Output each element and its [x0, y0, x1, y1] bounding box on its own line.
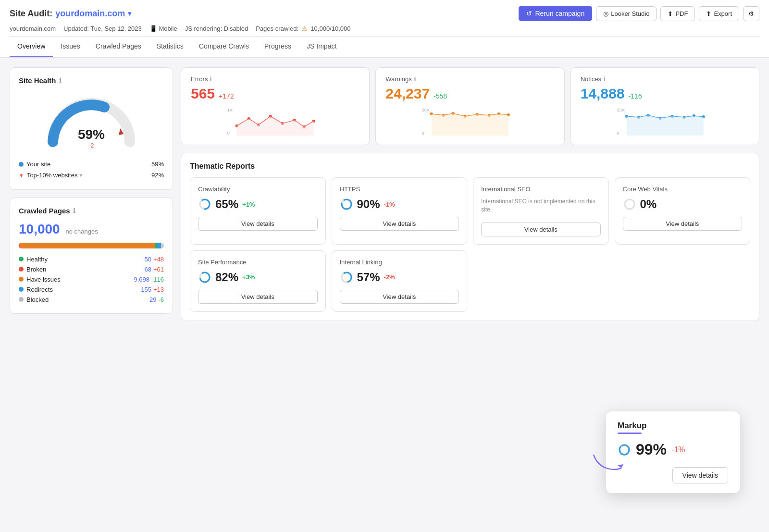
settings-button[interactable]: ⚙	[743, 6, 759, 21]
svg-text:23K: 23K	[617, 108, 624, 112]
tab-js-impact[interactable]: JS Impact	[299, 37, 344, 57]
tab-progress[interactable]: Progress	[257, 37, 299, 57]
gauge-delta: -2	[78, 142, 105, 149]
stat-have-issues: Have issues 9,698-116	[19, 274, 164, 285]
intl-seo-view-btn[interactable]: View details	[481, 223, 601, 236]
thematic-internal-linking: Internal Linking 57% -2% View details	[332, 250, 468, 312]
notices-value-row: 14,888 -116	[581, 86, 749, 102]
pdf-label: PDF	[675, 10, 688, 17]
errors-label: Errors ℹ	[191, 75, 360, 83]
crawlability-score-row: 65% +1%	[198, 198, 318, 211]
site-domain[interactable]: yourdomain.com	[55, 9, 125, 19]
crawled-progress-bar	[19, 243, 164, 248]
tab-statistics[interactable]: Statistics	[149, 37, 191, 57]
notices-card: Notices ℹ 14,888 -116 23K 0	[571, 67, 759, 145]
svg-marker-11	[237, 116, 314, 136]
notices-chart: 23K 0	[581, 107, 749, 136]
https-circle-icon	[340, 198, 353, 211]
looker-studio-button[interactable]: ◎ Looker Studio	[596, 6, 657, 21]
issues-dot	[19, 277, 24, 282]
crawlability-view-btn[interactable]: View details	[198, 217, 318, 231]
svg-marker-33	[626, 115, 703, 136]
export-button[interactable]: ⬆ Export	[699, 6, 739, 21]
nav-tabs: Overview Issues Crawled Pages Statistics…	[10, 36, 759, 57]
cwv-circle-icon	[623, 198, 636, 211]
meta-row: yourdomain.com Updated: Tue, Sep 12, 202…	[10, 25, 759, 32]
top10-dropdown-icon[interactable]: ▾	[79, 172, 83, 179]
thematic-grid-row2: Site Performance 82% +3% View details In…	[190, 250, 750, 312]
warnings-value-row: 24,237 -558	[385, 86, 554, 102]
warnings-label: Warnings ℹ	[385, 75, 554, 83]
gauge-container: 59% -2	[19, 91, 164, 154]
errors-info-icon[interactable]: ℹ	[210, 75, 212, 83]
warnings-card: Warnings ℹ 24,237 -558 26K 0	[375, 67, 564, 145]
warnings-delta: -558	[434, 92, 447, 100]
notices-value: 14,888	[581, 86, 625, 102]
thematic-reports-title: Thematic Reports	[190, 162, 750, 171]
crawled-count-row: 10,000 no changes	[19, 222, 164, 237]
metrics-row: Errors ℹ 565 +172 1K 0	[181, 67, 759, 145]
site-health-info-icon[interactable]: ℹ	[59, 77, 62, 84]
healthy-dot	[19, 257, 24, 261]
warnings-value: 24,237	[385, 86, 430, 102]
warnings-info-icon[interactable]: ℹ	[414, 75, 416, 83]
gauge-score: 59%	[78, 127, 105, 142]
svg-text:0: 0	[617, 131, 619, 136]
your-site-val: 59%	[151, 161, 164, 168]
notices-info-icon[interactable]: ℹ	[603, 75, 606, 83]
left-column: Site Health ℹ 59% -2	[10, 67, 173, 321]
svg-marker-22	[432, 113, 509, 136]
meta-pages-crawled: Pages crawled: ⚠ 10,000/10,000	[256, 25, 350, 32]
internal-linking-score-row: 57% -2%	[340, 271, 459, 284]
svg-point-38	[625, 199, 634, 209]
thematic-crawlability: Crawlability 65% +1% View details	[190, 177, 326, 245]
looker-icon: ◎	[603, 10, 608, 17]
thematic-https: HTTPS 90% -1% View details	[332, 177, 468, 245]
errors-value: 565	[191, 86, 215, 102]
top-bar: Site Audit: yourdomain.com ▾ ↺ Rerun cam…	[0, 0, 769, 58]
internal-linking-view-btn[interactable]: View details	[340, 290, 459, 304]
crawled-no-changes: no changes	[66, 228, 98, 235]
crawled-pages-info-icon[interactable]: ℹ	[73, 207, 75, 214]
cwv-view-btn[interactable]: View details	[623, 217, 743, 231]
main-content: Site Health ℹ 59% -2	[0, 58, 769, 331]
svg-text:0: 0	[227, 131, 230, 136]
meta-device: 📱 Mobile	[149, 25, 177, 32]
pb-issues	[20, 243, 155, 248]
errors-value-row: 565 +172	[191, 86, 360, 102]
thematic-grid-row1: Crawlability 65% +1% View details HTTPS	[190, 177, 750, 245]
internal-linking-circle-icon	[340, 271, 353, 284]
top-bar-actions: ↺ Rerun campaign ◎ Looker Studio ⬆ PDF ⬆…	[519, 6, 759, 21]
pdf-icon: ⬆	[668, 10, 673, 17]
tab-compare-crawls[interactable]: Compare Crawls	[191, 37, 257, 57]
svg-text:26K: 26K	[422, 108, 430, 112]
audit-label: Site Audit:	[10, 9, 52, 19]
meta-domain: yourdomain.com	[10, 25, 56, 32]
looker-label: Looker Studio	[611, 10, 649, 17]
errors-card: Errors ℹ 565 +172 1K 0	[181, 67, 370, 145]
your-site-legend: Your site 59%	[19, 159, 164, 170]
rerun-label: Rerun campaign	[535, 10, 584, 17]
tab-overview[interactable]: Overview	[10, 37, 53, 57]
site-perf-view-btn[interactable]: View details	[198, 290, 318, 304]
pdf-button[interactable]: ⬆ PDF	[660, 6, 695, 21]
tab-issues[interactable]: Issues	[53, 37, 87, 57]
svg-text:1K: 1K	[227, 108, 233, 112]
errors-chart: 1K 0	[191, 107, 360, 136]
tab-crawled-pages[interactable]: Crawled Pages	[88, 37, 149, 57]
gauge-center: 59% -2	[78, 127, 105, 149]
site-health-card: Site Health ℹ 59% -2	[10, 67, 173, 190]
meta-updated: Updated: Tue, Sep 12, 2023	[63, 25, 142, 32]
empty-thematic-4	[615, 250, 751, 312]
settings-icon: ⚙	[748, 10, 754, 17]
domain-dropdown-icon[interactable]: ▾	[128, 10, 131, 17]
crawlability-circle-icon	[198, 198, 211, 211]
thematic-international-seo: International SEO International SEO is n…	[473, 177, 609, 245]
top10-val: 92%	[151, 172, 164, 179]
top10-legend: ▼ Top-10% websites ▾ 92%	[19, 170, 164, 181]
warnings-chart: 26K 0	[385, 107, 554, 136]
crawled-pages-title: Crawled Pages ℹ	[19, 207, 164, 215]
notices-label: Notices ℹ	[581, 75, 749, 83]
rerun-campaign-button[interactable]: ↺ Rerun campaign	[519, 6, 592, 21]
https-view-btn[interactable]: View details	[340, 217, 459, 231]
